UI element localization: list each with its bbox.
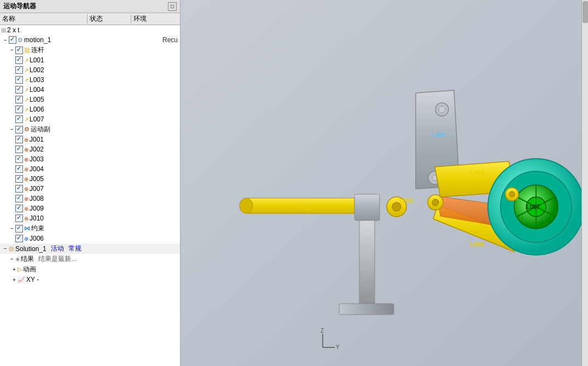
label-L001: L001 xyxy=(30,56,44,64)
svg-point-28 xyxy=(432,199,439,206)
joint-icon-J004: ⊕ xyxy=(24,166,28,172)
checkbox-J003[interactable] xyxy=(15,155,23,163)
viewport[interactable]: L001 L002 L003 L004 L005 xyxy=(181,0,588,366)
svg-rect-6 xyxy=(354,194,380,220)
solution1-env: 常规 xyxy=(68,244,81,253)
svg-point-2 xyxy=(240,198,253,213)
tree-row-anim[interactable]: + ▷ 动画 xyxy=(0,264,180,275)
tree-row-result[interactable]: − ◈ 结果 结果是最新... xyxy=(0,254,180,264)
link-icon-L002: ↗ xyxy=(24,67,28,73)
checkbox-joints[interactable] xyxy=(15,126,23,133)
tree-row-J008[interactable]: ⊕ J008 xyxy=(0,194,180,204)
panel-close-button[interactable]: □ xyxy=(168,2,177,11)
svg-text:L001: L001 xyxy=(301,205,315,212)
tree-row-J009[interactable]: ⊕ J009 xyxy=(0,204,180,213)
root-icon: ⊞ xyxy=(1,27,6,34)
tree-row-J001[interactable]: ⊕ J001 xyxy=(0,135,180,144)
checkbox-links[interactable] xyxy=(15,47,23,54)
svg-text:L005: L005 xyxy=(470,241,484,247)
tree-row-J002[interactable]: ⊕ J002 xyxy=(0,144,180,154)
expand-joints[interactable]: − xyxy=(9,126,15,132)
label-L002: L002 xyxy=(30,66,44,74)
tree-row-L002[interactable]: ↗ L002 xyxy=(0,65,180,75)
tree-row-L003[interactable]: ↗ L003 xyxy=(0,75,180,85)
svg-text:L002: L002 xyxy=(399,197,413,204)
link-icon-L004: ↗ xyxy=(24,87,28,93)
tree-row-L007[interactable]: ↗ L007 xyxy=(0,114,180,124)
result-status: 结果是最新... xyxy=(38,254,77,264)
tree-row-solution1[interactable]: − ◎ Solution_1 活动 常规 xyxy=(0,243,180,254)
solution1-status: 活动 xyxy=(51,244,64,253)
expand-xy[interactable]: + xyxy=(11,277,18,283)
label-L007: L007 xyxy=(30,115,44,123)
checkbox-J007[interactable] xyxy=(15,185,23,193)
tree-row-root[interactable]: ⊞ 2 x t xyxy=(0,25,180,35)
tree-row-J010[interactable]: ⊕ J010 xyxy=(0,213,180,223)
expand-constraints[interactable]: − xyxy=(9,225,15,231)
tree-row-L005[interactable]: ↗ L005 xyxy=(0,95,180,104)
label-J002: J002 xyxy=(30,146,44,153)
tree-row-J007[interactable]: ⊕ J007 xyxy=(0,184,180,194)
link-icon-L006: ↗ xyxy=(24,107,28,113)
tree-row-J003[interactable]: ⊕ J003 xyxy=(0,154,180,164)
expand-anim[interactable]: + xyxy=(11,266,18,272)
tree-row-motion1[interactable]: − ⚙ motion_1 Recu xyxy=(0,35,180,45)
svg-point-8 xyxy=(392,202,401,211)
label-L004: L004 xyxy=(30,86,44,94)
checkbox-L001[interactable] xyxy=(15,56,23,64)
checkbox-L007[interactable] xyxy=(15,115,23,123)
expand-motion1[interactable]: − xyxy=(2,37,9,43)
joint-icon-J007: ⊕ xyxy=(24,186,28,192)
link-icon-L001: ↗ xyxy=(24,57,28,63)
tree-container[interactable]: ⊞ 2 x t − ⚙ motion_1 Recu − ⛓ 连杆 ↗ L001 xyxy=(0,25,180,366)
xy-label: XY - xyxy=(26,276,39,283)
tree-row-links-group[interactable]: − ⛓ 连杆 xyxy=(0,45,180,55)
tree-row-L001[interactable]: ↗ L001 xyxy=(0,55,180,65)
tree-row-J004[interactable]: ⊕ J004 xyxy=(0,164,180,174)
checkbox-constraints[interactable] xyxy=(15,225,23,233)
checkbox-L004[interactable] xyxy=(15,86,23,94)
scroll-bar[interactable] xyxy=(581,0,588,366)
links-icon: ⛓ xyxy=(24,47,30,54)
tree-row-xy[interactable]: + 📈 XY - xyxy=(0,275,180,284)
joint-icon-J010: ⊕ xyxy=(24,216,28,222)
link-icon-L003: ↗ xyxy=(24,77,28,83)
expand-links[interactable]: − xyxy=(9,47,15,53)
column-headers: 名称 状态 环境 xyxy=(0,13,180,25)
tree-row-J006[interactable]: ⊕ J006 xyxy=(0,234,180,243)
label-J001: J001 xyxy=(30,136,44,143)
tree-row-L004[interactable]: ↗ L004 xyxy=(0,85,180,95)
scroll-thumb[interactable] xyxy=(583,1,588,23)
link-icon-L005: ↗ xyxy=(24,97,28,103)
checkbox-motion1[interactable] xyxy=(9,36,16,44)
checkbox-J008[interactable] xyxy=(15,195,23,202)
checkbox-J010[interactable] xyxy=(15,214,23,222)
col-status-header: 状态 xyxy=(88,14,131,24)
tree-row-joints-group[interactable]: − ⚙ 运动副 xyxy=(0,124,180,135)
label-J009: J009 xyxy=(30,205,44,212)
checkbox-L005[interactable] xyxy=(15,96,23,103)
checkbox-J002[interactable] xyxy=(15,146,23,153)
tree-row-J005[interactable]: ⊕ J005 xyxy=(0,174,180,184)
joints-icon: ⚙ xyxy=(24,126,30,133)
label-J007: J007 xyxy=(30,185,44,193)
svg-point-26 xyxy=(509,191,515,197)
svg-rect-5 xyxy=(339,304,394,315)
checkbox-J004[interactable] xyxy=(15,165,23,173)
link-icon-L007: ↗ xyxy=(24,117,28,123)
checkbox-L002[interactable] xyxy=(15,66,23,74)
label-J010: J010 xyxy=(30,214,44,222)
expand-solution1[interactable]: − xyxy=(2,246,9,252)
anim-icon: ▷ xyxy=(18,266,22,273)
tree-row-L006[interactable]: ↗ L006 xyxy=(0,104,180,114)
checkbox-L003[interactable] xyxy=(15,76,23,84)
checkbox-J001[interactable] xyxy=(15,136,23,143)
constraints-icon: ⋈ xyxy=(24,225,30,232)
label-L003: L003 xyxy=(30,76,44,84)
expand-result[interactable]: − xyxy=(9,256,15,262)
checkbox-J005[interactable] xyxy=(15,175,23,183)
tree-row-constraints-group[interactable]: − ⋈ 约束 xyxy=(0,223,180,234)
checkbox-J006[interactable] xyxy=(15,235,23,242)
checkbox-L006[interactable] xyxy=(15,106,23,113)
checkbox-J009[interactable] xyxy=(15,205,23,212)
